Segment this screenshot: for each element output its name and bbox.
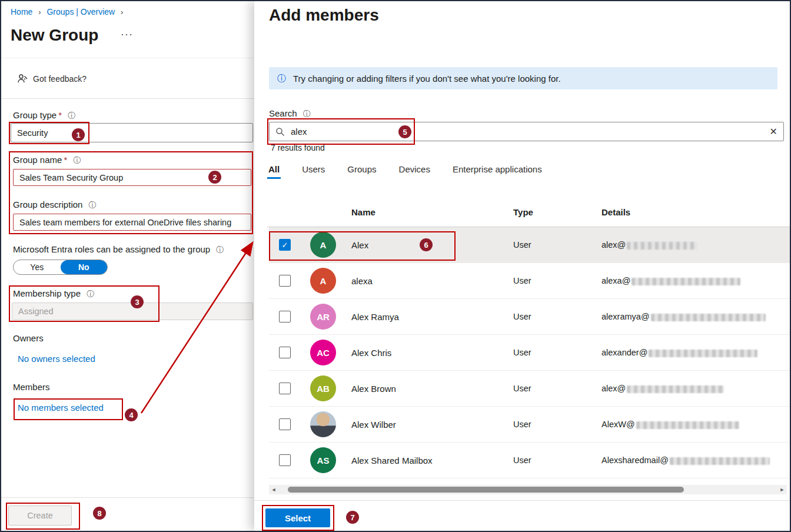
member-details-prefix: alexa@ [601,276,630,285]
no-members-selected-link[interactable]: No members selected [18,403,104,413]
member-checkbox[interactable] [279,383,291,394]
redacted-text [632,278,740,285]
member-row[interactable]: Alex Wilber User AlexW@ [269,407,791,443]
clear-search-icon[interactable]: ✕ [770,126,777,137]
member-name: Alex [351,240,368,250]
divider [1,98,254,99]
member-row[interactable]: ✓ A Alex User alex@ [269,227,791,263]
member-row[interactable]: A alexa User alexa@ [269,263,791,299]
horizontal-scrollbar[interactable]: ◄ ► [269,485,787,494]
tab-enterprise-applications[interactable]: Enterprise applications [451,163,543,179]
avatar: A [310,232,336,258]
toggle-no[interactable]: No [61,260,108,274]
member-row[interactable]: AB Alex Brown User alex@ [269,371,791,407]
breadcrumb-separator: › [121,8,123,16]
avatar [310,411,336,437]
group-name-label: Group name* ⓘ [13,155,81,166]
create-button[interactable]: Create [8,506,72,526]
member-checkbox[interactable] [279,418,291,430]
member-type: User [513,240,531,250]
member-details: alexa@ [601,276,740,285]
divider [1,58,254,58]
member-checkbox[interactable] [279,311,291,322]
required-asterisk: * [64,155,67,165]
member-details: Alexsharedmail@ [601,455,770,465]
info-icon: ⓘ [216,245,224,254]
member-row[interactable]: AS Alex Shared Mailbox User Alexsharedma… [269,443,791,478]
member-name: Alex Ramya [351,312,399,322]
redacted-text [651,314,766,321]
member-details-prefix: alex@ [601,384,626,393]
scrollbar-thumb[interactable] [288,487,684,493]
redacted-text [627,242,697,250]
member-type: User [513,384,531,393]
feedback-link[interactable]: Got feedback? [18,74,87,84]
column-type: Type [513,207,533,217]
member-type: User [513,276,531,285]
member-checkbox[interactable] [279,347,291,358]
no-owners-selected-link[interactable]: No owners selected [18,354,95,364]
member-details: alexander@ [601,348,757,357]
results-count: 7 results found [271,143,325,152]
info-icon: ⓘ [303,109,311,118]
redacted-text [649,350,757,357]
required-asterisk: * [58,110,62,120]
member-name: alexa [351,276,373,286]
tab-devices[interactable]: Devices [398,163,431,179]
column-details: Details [601,207,630,217]
divider [1,497,254,498]
member-details-prefix: Alexsharedmail@ [601,455,669,465]
entra-roles-label: Microsoft Entra roles can be assigned to… [13,244,224,255]
toggle-yes[interactable]: Yes [14,260,61,274]
select-button[interactable]: Select [265,508,330,527]
breadcrumb: Home › Groups | Overview › [11,7,127,16]
group-description-input[interactable]: Sales team members for external OneDrive… [13,214,251,231]
group-name-input[interactable]: Sales Team Security Group [13,169,251,186]
avatar: AC [310,340,336,365]
info-icon: ⓘ [89,201,97,210]
tab-users[interactable]: Users [301,163,326,179]
entra-roles-toggle[interactable]: Yes No [13,260,108,275]
member-checkbox[interactable] [279,275,291,287]
redacted-text [670,457,770,465]
member-details: alexramya@ [601,312,766,321]
info-banner: ⓘ Try changing or adding filters if you … [269,67,777,89]
scroll-left-icon[interactable]: ◄ [269,487,278,493]
group-type-select[interactable]: Security [11,123,253,142]
member-checkbox[interactable]: ✓ [279,239,291,251]
table-header: Name Type Details [269,207,791,222]
more-menu-icon[interactable]: ··· [121,28,133,41]
scroll-right-icon[interactable]: ► [777,487,787,493]
member-type: User [513,348,531,357]
member-type: User [513,455,531,465]
divider [254,500,791,501]
info-icon: ⓘ [73,156,81,165]
member-type: User [513,420,531,429]
avatar: AS [310,447,336,473]
member-name: Alex Shared Mailbox [351,455,433,466]
member-details-prefix: alexramya@ [601,312,650,321]
group-description-label: Group description ⓘ [13,200,97,211]
member-details-prefix: AlexW@ [601,420,635,429]
tab-all[interactable]: All [267,163,281,179]
add-members-panel: Add members ⓘ Try changing or adding fil… [254,1,791,531]
tab-groups[interactable]: Groups [346,163,377,179]
member-checkbox[interactable] [279,454,291,466]
column-name: Name [351,207,375,217]
avatar: AR [310,304,336,330]
member-row[interactable]: AR Alex Ramya User alexramya@ [269,299,791,335]
search-input[interactable]: alex ✕ [269,122,784,141]
redacted-text [627,385,724,393]
membership-type-label: Membership type ⓘ [13,288,94,300]
feedback-icon [18,74,28,84]
info-banner-text: Try changing or adding filters if you do… [293,74,561,84]
breadcrumb-home[interactable]: Home [11,7,32,16]
feedback-label: Got feedback? [33,74,87,84]
member-row[interactable]: AC Alex Chris User alexander@ [269,335,791,371]
owners-label: Owners [13,333,44,343]
breadcrumb-groups-overview[interactable]: Groups | Overview [46,7,115,16]
member-name: Alex Brown [351,384,396,394]
members-label: Members [13,382,50,392]
member-name: Alex Chris [351,348,391,358]
group-type-label: Group type* ⓘ [13,110,75,121]
